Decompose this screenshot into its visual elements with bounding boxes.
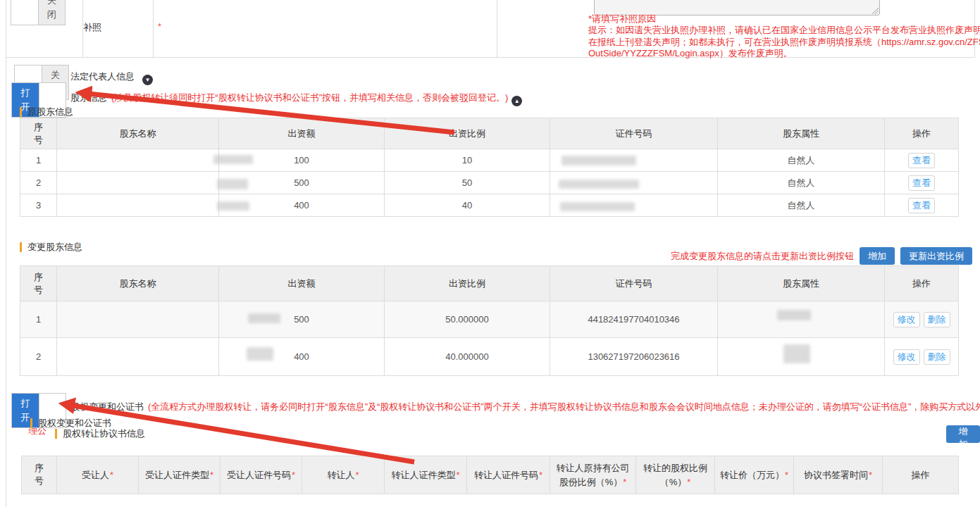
- section-marker: [20, 242, 22, 252]
- original-shareholders-title-row: 原股东信息: [20, 106, 73, 118]
- col-header-index: 序号: [20, 266, 57, 301]
- modify-button[interactable]: 修改: [893, 312, 920, 327]
- redacted-text: [777, 310, 811, 320]
- toggle-state-label: 打开: [20, 396, 30, 425]
- col-header-sign-time: 协议书签署时间*: [794, 456, 883, 494]
- col-header-actions: 操作: [885, 266, 959, 301]
- col-header-transfer-price: 转让价（万元）*: [715, 456, 794, 494]
- hint-line: OutSide/YYZZZFSM/Login.aspx）发布作废声明。: [588, 48, 980, 59]
- cell-index: 3: [20, 194, 57, 217]
- legal-rep-label-row: 法定代表人信息▼: [70, 70, 153, 85]
- cell-divider: [153, 0, 154, 57]
- cell-actions: 查看: [885, 172, 959, 194]
- panel-left-border: [6, 0, 6, 507]
- changed-shareholders-title-row: 变更股东信息: [20, 241, 82, 254]
- redacted-text: [560, 202, 635, 211]
- cell-ratio: 40: [385, 194, 550, 217]
- col-header-cert-no: 证件号码: [550, 266, 718, 301]
- shareholder-title: 股东信息: [70, 92, 107, 103]
- redacted-text: [217, 201, 249, 211]
- cell-index: 2: [20, 338, 57, 376]
- cell-index: 1: [20, 301, 57, 338]
- col-header-actions: 操作: [885, 118, 959, 149]
- shareholder-warning: (涉及股权转让须同时打开“股权转让协议书和公证书”按钮，并填写相关信息，否则会被…: [111, 92, 508, 103]
- redacted-text: [213, 155, 253, 164]
- redacted-text: [217, 179, 248, 189]
- cell-attribute: 自然人: [718, 172, 885, 194]
- delete-button[interactable]: 删除: [924, 312, 950, 327]
- table-row: 2 400 40.000000 130627197206023616 修改 删除: [20, 338, 959, 376]
- chevron-down-icon[interactable]: ▼: [142, 75, 153, 85]
- original-shareholders-title: 原股东信息: [27, 106, 73, 118]
- redacted-text: [562, 156, 636, 165]
- cell-attribute: 自然人: [718, 194, 885, 217]
- col-header-actions: 操作: [883, 456, 959, 494]
- redacted-text: [248, 313, 280, 323]
- chevron-up-icon[interactable]: ▲: [511, 96, 522, 106]
- transfer-agreement-table: 序号 受让人* 受让人证件类型* 受让人证件号码* 转让人* 转让人证件类型* …: [21, 456, 959, 494]
- hint-line: 在报纸上刊登遗失声明；如都未执行，可在营业执照作废声明填报系统（https://…: [588, 37, 980, 48]
- equity-title: 股权变更和公证书: [70, 401, 144, 412]
- delete-button[interactable]: 删除: [924, 349, 950, 365]
- original-shareholders-table: 序号 股东名称 出资额 出资比例 证件号码 股东属性 操作 1 100 10 自…: [20, 118, 959, 217]
- table-row: 3 400 40 自然人 查看: [20, 194, 959, 217]
- col-header-transfer-ratio: 转让的股权比例（%）*: [636, 456, 715, 494]
- changed-shareholders-title: 变更股东信息: [27, 241, 82, 254]
- shareholder-label-row: 股东信息(涉及股权转让须同时打开“股权转让协议书和公证书”按钮，并填写相关信息，…: [70, 92, 522, 106]
- add-shareholder-button[interactable]: 增加: [860, 247, 895, 265]
- view-button[interactable]: 查看: [908, 175, 935, 191]
- cell-amount: 500: [219, 301, 385, 338]
- cell-name-redacted: [57, 172, 219, 194]
- col-header-index: 序号: [20, 118, 57, 149]
- cell-actions: 查看: [885, 149, 959, 172]
- view-button[interactable]: 查看: [908, 198, 935, 213]
- col-header-ratio: 出资比例: [385, 266, 550, 301]
- equity-label-row: 股权变更和公证书(全流程方式办理股权转让，请务必同时打开“股东信息”及“股权转让…: [70, 401, 980, 413]
- equity-warning: (全流程方式办理股权转让，请务必同时打开“股东信息”及“股权转让协议书和公证书”…: [148, 401, 980, 412]
- cell-index: 2: [20, 172, 57, 194]
- add-agreement-button[interactable]: 增加: [946, 425, 980, 443]
- section-marker: [55, 429, 57, 439]
- toggle-off-side: 关闭: [38, 0, 66, 25]
- col-header-ratio: 出资比例: [385, 118, 550, 149]
- cell-cert-no: 441824197704010346: [550, 301, 718, 338]
- update-ratio-button[interactable]: 更新出资比例: [900, 247, 972, 265]
- table-row: 1 100 10 自然人 查看: [20, 149, 959, 172]
- cell-index: 1: [20, 149, 57, 172]
- reissue-field-label: 补照: [83, 21, 101, 34]
- cell-ratio: 10: [385, 149, 550, 172]
- cell-ratio: 40.000000: [385, 338, 550, 376]
- cell-actions: 修改 删除: [885, 301, 959, 338]
- cell-name-redacted: [57, 338, 219, 376]
- cell-ratio: 50.000000: [385, 301, 550, 338]
- section-marker: [30, 418, 32, 428]
- redacted-text: [783, 344, 810, 363]
- update-ratio-notice: 完成变更股东信息的请点击更新出资比例按钮: [671, 250, 854, 263]
- changed-shareholders-table: 序号 股东名称 出资额 出资比例 证件号码 股东属性 操作 1 500 50.0…: [20, 265, 959, 376]
- table-header-row: 序号 受让人* 受让人证件类型* 受让人证件号码* 转让人* 转让人证件类型* …: [22, 456, 959, 494]
- col-header-transferee: 受让人*: [57, 456, 139, 494]
- cell-name-redacted: [57, 149, 219, 172]
- cell-actions: 查看: [885, 194, 959, 217]
- col-header-transferee-cert-type: 受让人证件类型*: [139, 456, 221, 494]
- table-row: 2 500 50 自然人 查看: [20, 172, 959, 194]
- agreement-title-row: 股权转让协议书信息: [55, 427, 145, 440]
- agreement-title: 股权转让协议书信息: [63, 427, 145, 440]
- col-header-attribute: 股东属性: [718, 118, 885, 149]
- cell-ratio: 50: [385, 172, 550, 194]
- cell-divider: [497, 0, 497, 57]
- col-header-transferee-cert-no: 受让人证件号码*: [221, 456, 302, 494]
- col-header-original-share-ratio: 转让人原持有公司股份比例（%）*: [550, 456, 636, 494]
- redacted-text: [247, 347, 273, 361]
- col-header-transferor-cert-type: 转让人证件类型*: [385, 456, 467, 494]
- modify-button[interactable]: 修改: [893, 349, 920, 365]
- cell-name-redacted: [57, 194, 219, 217]
- table-header-row: 序号 股东名称 出资额 出资比例 证件号码 股东属性 操作: [20, 118, 959, 149]
- col-header-transferor-cert-no: 转让人证件号码*: [467, 456, 550, 494]
- hint-line: 提示：如因遗失营业执照办理补照，请确认已在国家企业信用信息公示平台发布营业执照作…: [588, 25, 980, 36]
- col-header-cert-no: 证件号码: [550, 118, 718, 149]
- view-button[interactable]: 查看: [908, 153, 935, 168]
- col-header-amount: 出资额: [219, 266, 385, 301]
- license-reissue-toggle[interactable]: 关闭: [11, 0, 66, 25]
- section-marker: [20, 107, 22, 117]
